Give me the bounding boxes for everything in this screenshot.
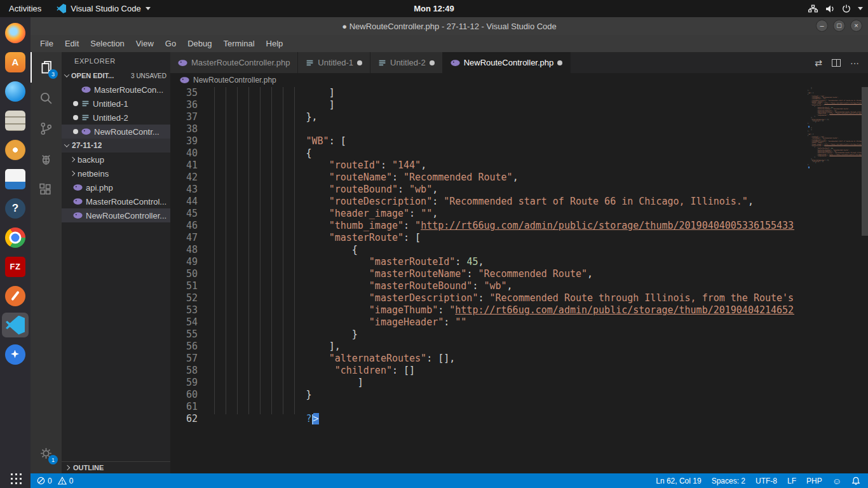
a-app-icon[interactable]: A — [2, 50, 29, 74]
line-number[interactable]: 44 — [170, 196, 198, 208]
code-line-45[interactable]: "header_image": "", — [214, 208, 794, 220]
title-bar[interactable]: ● NewRouteController.php - 27-11-12 - Vi… — [31, 17, 868, 35]
system-tray[interactable] — [808, 0, 863, 17]
open-editor-item[interactable]: Untitled-2 — [62, 111, 170, 125]
line-number[interactable]: 41 — [170, 159, 198, 172]
line-number[interactable]: 59 — [170, 377, 198, 389]
split-editor-icon[interactable] — [832, 59, 841, 67]
line-number[interactable]: 37 — [170, 111, 198, 123]
code-line-60[interactable]: } — [214, 389, 794, 401]
tree-file[interactable]: api.php — [62, 180, 170, 194]
outline-section-header[interactable]: OUTLINE — [62, 461, 170, 473]
dirty-indicator[interactable] — [557, 60, 562, 65]
line-number[interactable]: 36 — [170, 99, 198, 111]
code-line-46[interactable]: "thumb_image": "http://rt66ug.com/admin/… — [214, 220, 794, 232]
code-line-49[interactable]: "masterRouteId": 45, — [214, 256, 794, 268]
minimize-button[interactable]: – — [816, 20, 828, 32]
spark-app-icon[interactable] — [2, 342, 29, 367]
activities-button[interactable]: Activities — [0, 0, 50, 17]
line-number[interactable]: 52 — [170, 292, 198, 304]
line-number[interactable]: 48 — [170, 244, 198, 256]
code-line-39[interactable]: "WB": [ — [214, 135, 794, 147]
line-number[interactable]: 60 — [170, 389, 198, 401]
code-line-48[interactable]: { — [214, 244, 794, 256]
open-editor-item[interactable]: Untitled-1 — [62, 97, 170, 111]
line-number[interactable]: 56 — [170, 341, 198, 353]
open-changes-icon[interactable]: ⇄ — [815, 58, 822, 68]
code-line-55[interactable]: } — [214, 329, 794, 341]
breadcrumb[interactable]: NewRouteController.php — [170, 73, 868, 87]
debug-activity-button[interactable] — [31, 144, 62, 174]
line-number[interactable]: 61 — [170, 401, 198, 413]
workspace-root[interactable]: 27-11-12 — [62, 139, 170, 152]
firefox-icon[interactable] — [2, 20, 29, 45]
line-number[interactable]: 42 — [170, 172, 198, 184]
code-line-43[interactable]: "routeBound": "wb", — [214, 184, 794, 196]
menu-help[interactable]: Help — [261, 37, 289, 50]
line-number[interactable]: 54 — [170, 316, 198, 329]
code-line-54[interactable]: "imageHeader": "" — [214, 316, 794, 329]
line-number[interactable]: 46 — [170, 220, 198, 232]
line-number[interactable]: 38 — [170, 123, 198, 135]
maximize-button[interactable]: ▢ — [833, 20, 845, 32]
line-number[interactable]: 53 — [170, 304, 198, 316]
eol-setting[interactable]: LF — [787, 477, 796, 485]
encoding-setting[interactable]: UTF-8 — [756, 477, 777, 485]
tab-untitled-2[interactable]: Untitled-2 — [370, 52, 443, 73]
line-number[interactable]: 43 — [170, 184, 198, 196]
code-line-61[interactable] — [214, 401, 794, 413]
minimap[interactable]: ] ] }, "WB": [ { "routeId": "144", "rout… — [794, 87, 862, 473]
chat-app-icon[interactable] — [2, 79, 29, 104]
line-number[interactable]: 55 — [170, 329, 198, 341]
editor-scrollbar[interactable] — [862, 87, 868, 473]
code-editor[interactable]: 3536373839404142434445464748495051525354… — [170, 87, 868, 473]
menu-terminal[interactable]: Terminal — [217, 37, 260, 50]
code-line-57[interactable]: "alternateRoutes": [], — [214, 353, 794, 365]
code-lines[interactable]: ] ] }, "WB": [ { "routeId": "144", "rout… — [214, 87, 794, 425]
menu-debug[interactable]: Debug — [182, 37, 217, 50]
more-actions-icon[interactable]: ··· — [850, 58, 859, 68]
source-control-activity-button[interactable] — [31, 113, 62, 144]
code-line-62[interactable]: ?> — [214, 413, 794, 425]
file-cabinet-icon[interactable] — [2, 108, 29, 133]
open-editor-item[interactable]: MasterRouteCon... — [62, 83, 170, 97]
dirty-indicator[interactable] — [430, 60, 435, 65]
scrollbar-thumb[interactable] — [862, 87, 868, 236]
problems-indicator[interactable]: 0 0 — [37, 477, 73, 485]
tab-untitled-1[interactable]: Untitled-1 — [298, 52, 370, 73]
focused-app-menu[interactable]: Visual Studio Code — [50, 0, 156, 17]
help-app-icon[interactable]: ? — [2, 196, 29, 220]
writer-app-icon[interactable] — [2, 166, 29, 191]
clock[interactable]: Mon 12:49 — [414, 4, 454, 13]
explorer-activity-button[interactable]: 3 — [31, 52, 62, 83]
code-line-36[interactable]: ] — [214, 99, 794, 111]
menu-edit[interactable]: Edit — [59, 37, 85, 50]
notifications-bell-icon[interactable] — [851, 477, 860, 485]
tab-newroutecontroller-php[interactable]: NewRouteController.php — [443, 52, 571, 73]
code-line-47[interactable]: "masterRoute": [ — [214, 232, 794, 244]
menu-view[interactable]: View — [130, 37, 159, 50]
line-number[interactable]: 39 — [170, 135, 198, 147]
line-number[interactable]: 40 — [170, 147, 198, 159]
extensions-activity-button[interactable] — [31, 174, 62, 205]
menu-go[interactable]: Go — [159, 37, 182, 50]
menu-selection[interactable]: Selection — [85, 37, 130, 50]
line-number[interactable]: 35 — [170, 87, 198, 99]
indentation-setting[interactable]: Spaces: 2 — [712, 477, 745, 485]
manage-button[interactable]: 1 — [31, 438, 62, 468]
tree-file[interactable]: NewRouteController... — [62, 208, 170, 222]
tools-app-icon[interactable] — [2, 283, 29, 308]
tab-masterroutecontroller-php[interactable]: MasterRouteController.php — [170, 52, 298, 73]
filezilla-icon[interactable]: FZ — [2, 254, 29, 279]
code-line-58[interactable]: "children": [] — [214, 365, 794, 377]
code-line-41[interactable]: "routeId": "144", — [214, 159, 794, 172]
tree-folder[interactable]: backup — [62, 152, 170, 166]
code-line-52[interactable]: "masterDescription": "Recommended Route … — [214, 292, 794, 304]
close-button[interactable]: × — [850, 20, 862, 32]
open-editors-header[interactable]: OPEN EDIT... 3 UNSAVED — [62, 69, 170, 83]
open-editor-item[interactable]: NewRouteContr... — [62, 125, 170, 139]
code-line-56[interactable]: ], — [214, 341, 794, 353]
code-line-42[interactable]: "routeName": "Recommended Route", — [214, 172, 794, 184]
line-number-gutter[interactable]: 3536373839404142434445464748495051525354… — [170, 87, 214, 425]
show-applications-button[interactable] — [0, 469, 31, 487]
